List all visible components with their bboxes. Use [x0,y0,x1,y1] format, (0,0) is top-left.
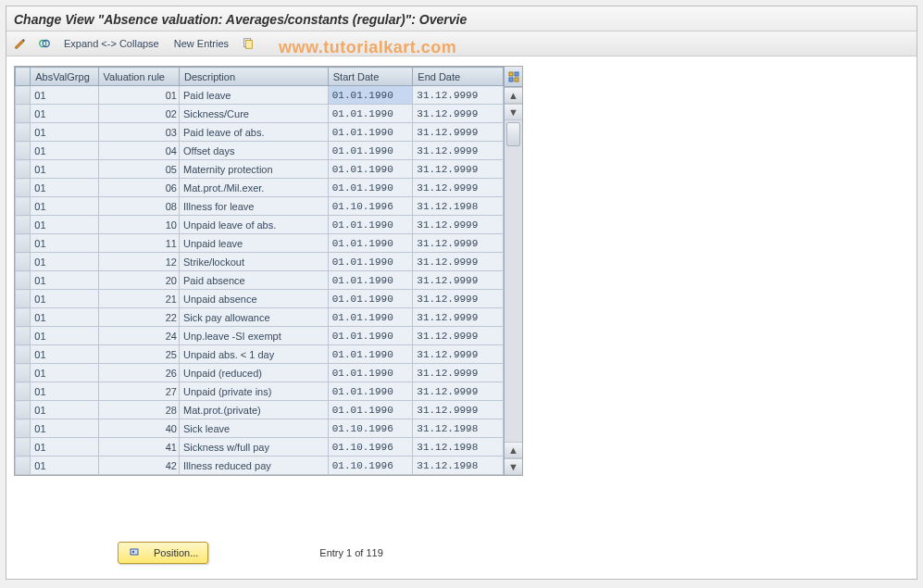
cell-start-date[interactable]: 01.01.1990 [328,86,413,105]
row-selector[interactable] [16,401,31,419]
table-row[interactable]: 0101Paid leave01.01.199031.12.9999 [16,86,504,105]
cell-start-date[interactable]: 01.01.1990 [328,234,413,253]
row-selector[interactable] [16,86,31,105]
table-row[interactable]: 0127Unpaid (private ins)01.01.199031.12.… [16,382,504,401]
cell-start-date[interactable]: 01.01.1990 [328,327,413,345]
cell-absvalgrpg[interactable]: 01 [31,290,98,308]
row-selector[interactable] [16,457,31,475]
cell-end-date[interactable]: 31.12.9999 [413,160,504,179]
row-selector[interactable] [16,142,31,160]
cell-start-date[interactable]: 01.01.1990 [328,123,413,142]
cell-absvalgrpg[interactable]: 01 [31,327,98,345]
cell-description[interactable]: Unp.leave -SI exempt [180,327,329,345]
cell-start-date[interactable]: 01.10.1996 [328,197,413,216]
cell-absvalgrpg[interactable]: 01 [31,123,98,142]
table-row[interactable]: 0128Mat.prot.(private)01.01.199031.12.99… [16,401,504,419]
cell-valuation-rule[interactable]: 24 [98,327,179,345]
table-row[interactable]: 0120Paid absence01.01.199031.12.9999 [16,271,504,290]
col-description[interactable]: Description [180,68,329,86]
table-row[interactable]: 0112Strike/lockout01.01.199031.12.9999 [16,253,504,271]
cell-start-date[interactable]: 01.01.1990 [328,290,413,308]
cell-end-date[interactable]: 31.12.9999 [413,142,504,160]
cell-start-date[interactable]: 01.01.1990 [328,253,413,271]
cell-valuation-rule[interactable]: 04 [98,142,179,160]
table-row[interactable]: 0125Unpaid abs. < 1 day01.01.199031.12.9… [16,345,504,364]
position-button[interactable]: Position... [118,542,208,564]
cell-valuation-rule[interactable]: 12 [98,253,179,271]
cell-absvalgrpg[interactable]: 01 [31,457,98,475]
cell-absvalgrpg[interactable]: 01 [31,308,98,327]
cell-end-date[interactable]: 31.12.1998 [413,197,504,216]
cell-absvalgrpg[interactable]: 01 [31,197,98,216]
cell-valuation-rule[interactable]: 21 [98,290,179,308]
cell-valuation-rule[interactable]: 22 [98,308,179,327]
row-selector[interactable] [16,123,31,142]
table-row[interactable]: 0106Mat.prot./Mil.exer.01.01.199031.12.9… [16,179,504,197]
table-row[interactable]: 0105Maternity protection01.01.199031.12.… [16,160,504,179]
cell-start-date[interactable]: 01.10.1996 [328,419,413,438]
cell-valuation-rule[interactable]: 26 [98,364,179,382]
col-absvalgrpg[interactable]: AbsValGrpg [31,68,98,86]
row-selector[interactable] [16,364,31,382]
cell-description[interactable]: Paid absence [180,271,329,290]
other-view-icon[interactable] [36,35,53,52]
cell-description[interactable]: Illness reduced pay [180,457,329,475]
cell-description[interactable]: Paid leave of abs. [180,123,329,142]
table-row[interactable]: 0124Unp.leave -SI exempt01.01.199031.12.… [16,327,504,345]
row-selector[interactable] [16,308,31,327]
expand-collapse-button[interactable]: Expand <-> Collapse [60,36,163,51]
scroll-down-icon[interactable]: ▼ [505,458,522,475]
cell-end-date[interactable]: 31.12.1998 [413,438,504,457]
col-valuation-rule[interactable]: Valuation rule [98,68,179,86]
cell-valuation-rule[interactable]: 20 [98,271,179,290]
row-selector[interactable] [16,179,31,197]
scrollbar-track[interactable] [505,120,522,442]
cell-description[interactable]: Paid leave [180,86,329,105]
cell-start-date[interactable]: 01.01.1990 [328,105,413,123]
table-row[interactable]: 0104Offset days01.01.199031.12.9999 [16,142,504,160]
cell-valuation-rule[interactable]: 02 [98,105,179,123]
cell-valuation-rule[interactable]: 41 [98,438,179,457]
cell-end-date[interactable]: 31.12.9999 [413,327,504,345]
cell-description[interactable]: Mat.prot.(private) [180,401,329,419]
cell-start-date[interactable]: 01.01.1990 [328,401,413,419]
cell-description[interactable]: Strike/lockout [180,253,329,271]
cell-valuation-rule[interactable]: 42 [98,457,179,475]
cell-description[interactable]: Unpaid leave of abs. [180,216,329,234]
cell-end-date[interactable]: 31.12.9999 [413,308,504,327]
row-selector[interactable] [16,160,31,179]
cell-valuation-rule[interactable]: 05 [98,160,179,179]
new-entries-button[interactable]: New Entries [170,36,232,51]
cell-absvalgrpg[interactable]: 01 [31,345,98,364]
cell-absvalgrpg[interactable]: 01 [31,438,98,457]
cell-end-date[interactable]: 31.12.9999 [413,253,504,271]
cell-end-date[interactable]: 31.12.9999 [413,401,504,419]
cell-valuation-rule[interactable]: 40 [98,419,179,438]
cell-description[interactable]: Unpaid leave [180,234,329,253]
cell-description[interactable]: Unpaid (reduced) [180,364,329,382]
cell-end-date[interactable]: 31.12.9999 [413,216,504,234]
cell-description[interactable]: Unpaid (private ins) [180,382,329,401]
col-start-date[interactable]: Start Date [328,68,413,86]
cell-start-date[interactable]: 01.01.1990 [328,364,413,382]
cell-valuation-rule[interactable]: 01 [98,86,179,105]
row-selector[interactable] [16,327,31,345]
cell-description[interactable]: Maternity protection [180,160,329,179]
table-settings-icon[interactable] [505,67,522,87]
scroll-down-step-icon[interactable]: ▼ [505,104,522,120]
cell-description[interactable]: Sick pay allowance [180,308,329,327]
cell-end-date[interactable]: 31.12.9999 [413,86,504,105]
cell-valuation-rule[interactable]: 03 [98,123,179,142]
table-row[interactable]: 0102Sickness/Cure01.01.199031.12.9999 [16,105,504,123]
cell-start-date[interactable]: 01.10.1996 [328,438,413,457]
row-selector[interactable] [16,438,31,457]
cell-end-date[interactable]: 31.12.9999 [413,382,504,401]
row-selector[interactable] [16,419,31,438]
cell-start-date[interactable]: 01.01.1990 [328,382,413,401]
cell-absvalgrpg[interactable]: 01 [31,142,98,160]
cell-description[interactable]: Sickness/Cure [180,105,329,123]
row-selector[interactable] [16,345,31,364]
row-selector[interactable] [16,290,31,308]
cell-absvalgrpg[interactable]: 01 [31,216,98,234]
row-selector[interactable] [16,382,31,401]
